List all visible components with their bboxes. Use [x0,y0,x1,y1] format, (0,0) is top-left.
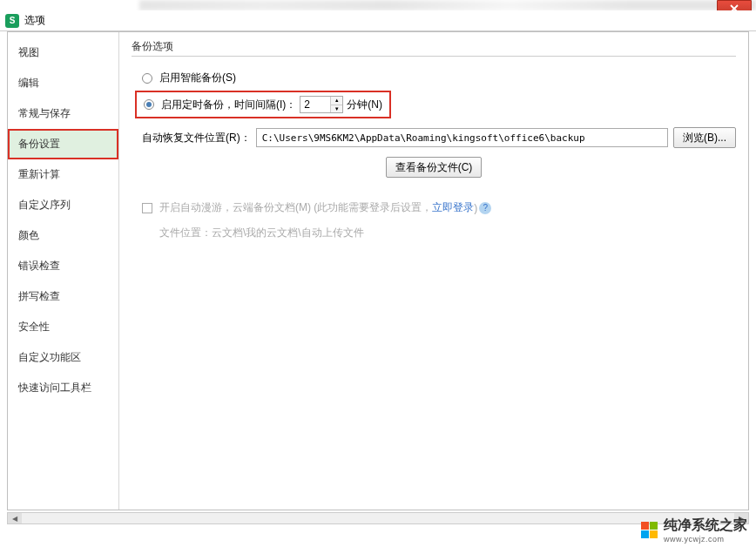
help-icon[interactable]: ? [479,202,491,214]
sidebar-item-spell-check[interactable]: 拼写检查 [8,281,118,312]
app-icon: S [5,14,19,28]
section-title: 备份选项 [132,39,736,57]
smart-backup-radio[interactable] [142,73,152,84]
watermark-text: 纯净系统之家 [664,517,747,532]
sidebar-item-view[interactable]: 视图 [8,37,118,68]
sidebar-item-qat[interactable]: 快速访问工具栏 [8,373,118,403]
options-window: 视图 编辑 常规与保存 备份设置 重新计算 自定义序列 颜色 错误检查 拼写检查… [7,31,749,510]
cloud-roaming-label: 开启自动漫游，云端备份文档(M) (此功能需要登录后设置， [159,200,432,215]
sidebar-item-edit[interactable]: 编辑 [8,68,118,98]
sidebar: 视图 编辑 常规与保存 备份设置 重新计算 自定义序列 颜色 错误检查 拼写检查… [8,32,119,510]
sidebar-item-backup[interactable]: 备份设置 [8,129,118,159]
cloud-roaming-suffix: ) [474,202,477,214]
watermark-logo-icon [641,522,658,539]
title-bar: S 选项 [0,10,756,31]
interval-input[interactable] [300,97,330,112]
sidebar-item-recalc[interactable]: 重新计算 [8,159,118,190]
scroll-track[interactable] [22,513,734,523]
watermark-url: www.ycwjz.com [664,535,747,544]
recovery-path-row: 自动恢复文件位置(R)： 浏览(B)... [132,124,736,152]
recovery-path-input[interactable] [256,128,668,147]
spinner-down-icon[interactable]: ▼ [331,105,342,113]
view-backup-button[interactable]: 查看备份文件(C) [386,157,483,178]
horizontal-scrollbar[interactable]: ◀ ▶ [7,512,749,524]
cloud-location-label: 文件位置：云文档\我的云文档\自动上传文件 [132,219,736,244]
recovery-path-label: 自动恢复文件位置(R)： [142,131,251,145]
spinner-up-icon[interactable]: ▲ [331,97,342,105]
browse-button[interactable]: 浏览(B)... [673,127,736,148]
sidebar-item-color[interactable]: 颜色 [8,220,118,251]
login-link[interactable]: 立即登录 [432,200,474,215]
interval-spinner: ▲ ▼ [300,96,343,113]
scroll-left-icon[interactable]: ◀ [8,513,22,523]
interval-unit: 分钟(N) [347,98,382,112]
spinner-buttons: ▲ ▼ [330,97,342,112]
sidebar-item-custom-ribbon[interactable]: 自定义功能区 [8,342,118,373]
watermark: 纯净系统之家 www.ycwjz.com [641,517,747,544]
cloud-roaming-row: 开启自动漫游，云端备份文档(M) (此功能需要登录后设置， 立即登录 ) ? [132,197,736,219]
timed-backup-radio[interactable] [144,99,154,110]
smart-backup-row: 启用智能备份(S) [132,67,736,89]
sidebar-item-security[interactable]: 安全性 [8,312,118,342]
sidebar-item-custom-list[interactable]: 自定义序列 [8,190,118,220]
timed-backup-label: 启用定时备份，时间间隔(I)： [161,98,296,112]
smart-backup-label: 启用智能备份(S) [159,71,236,85]
content-pane: 备份选项 启用智能备份(S) 启用定时备份，时间间隔(I)： ▲ ▼ 分钟(N)… [119,32,748,510]
sidebar-item-error-check[interactable]: 错误检查 [8,251,118,281]
cloud-roaming-checkbox[interactable] [142,203,152,213]
window-title: 选项 [24,13,45,28]
view-backup-row: 查看备份文件(C) [132,152,736,190]
timed-backup-highlight: 启用定时备份，时间间隔(I)： ▲ ▼ 分钟(N) [135,91,391,118]
sidebar-item-general-save[interactable]: 常规与保存 [8,98,118,129]
background-blur [139,0,756,10]
